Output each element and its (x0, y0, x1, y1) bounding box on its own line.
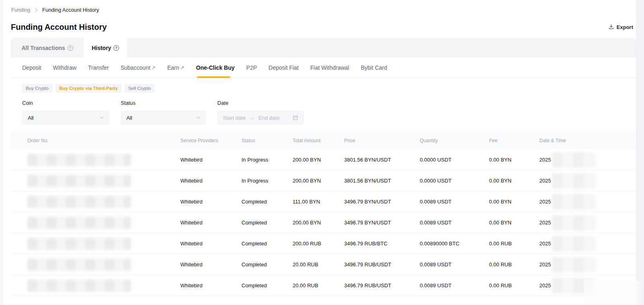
col-fee: Fee (489, 138, 539, 143)
col-total-amount: Total Amount (293, 138, 344, 143)
end-date-placeholder[interactable]: End date (258, 115, 279, 121)
date-year: 2025 (539, 282, 551, 288)
chip-buy-crypto-third-party[interactable]: Buy Crypto via Third-Party (56, 84, 122, 93)
table-body: Whitebird In Progress 200.00 BYN 3801.56… (11, 149, 636, 296)
cell-quantity: 0.0089 USDT (420, 282, 489, 288)
subtab-transfer[interactable]: Transfer (88, 58, 109, 77)
cell-provider: Whitebird (180, 199, 242, 205)
cell-date-time: 2025 (539, 215, 636, 230)
filter-bar: Coin All Status All Date Start date → E (11, 100, 636, 124)
download-icon (608, 24, 614, 31)
redacted-date (552, 257, 595, 272)
cell-price: 3801.56 BYN/USDT (344, 178, 420, 184)
arrow-right-icon: → (250, 115, 254, 120)
col-service-providers: Service Providers (180, 138, 242, 143)
external-link-icon: ↗ (180, 65, 184, 70)
cell-fee: 0.00 BYN (489, 178, 539, 184)
cell-date-time: 2025 (539, 236, 636, 251)
cell-order-no (27, 280, 180, 292)
cell-status: Completed (242, 282, 293, 288)
table-row: Whitebird Completed 20.00 RUB 3496.79 RU… (11, 275, 636, 296)
subtab-deposit[interactable]: Deposit (22, 58, 41, 77)
status-select[interactable]: All (121, 111, 206, 124)
subtab-label: Bybit Card (361, 64, 387, 71)
table-row: Whitebird In Progress 200.00 BYN 3801.56… (11, 149, 636, 170)
col-order-no: Order No. (27, 138, 180, 143)
cell-price: 3496.79 BYN/USDT (344, 220, 420, 226)
redacted-date (552, 194, 595, 210)
subtab-subaccount[interactable]: Subaccount↗ (120, 58, 155, 77)
cell-price: 3496.79 RUB/USDT (344, 261, 420, 268)
col-price: Price (344, 138, 420, 143)
subtab-withdraw[interactable]: Withdraw (53, 58, 76, 77)
redacted-order-number (27, 154, 131, 166)
cell-order-no (27, 238, 180, 250)
status-filter: Status All (121, 100, 206, 124)
tab-history-label: History (92, 45, 111, 51)
date-year: 2025 (539, 241, 551, 247)
table-row: Whitebird Completed 200.00 RUB 3496.79 R… (11, 233, 636, 254)
redacted-order-number (27, 217, 131, 229)
subtab-fiat-withdrawal[interactable]: Fiat Withdrawal (310, 58, 349, 77)
cell-order-no (27, 154, 180, 166)
cell-provider: Whitebird (180, 220, 242, 226)
cell-order-no (27, 175, 180, 187)
cell-status: In Progress (242, 157, 293, 163)
right-edge-strip (636, 0, 644, 305)
col-status: Status (242, 138, 293, 143)
help-icon[interactable]: ? (114, 45, 119, 51)
tab-all-transactions-label: All Transactions (21, 45, 65, 51)
cell-provider: Whitebird (180, 241, 242, 247)
main-tab-bar: All Transactions ? History ? (11, 38, 636, 58)
tab-all-transactions[interactable]: All Transactions ? (11, 38, 84, 58)
coin-filter: Coin All (22, 100, 109, 124)
date-year: 2025 (539, 220, 551, 226)
subtab-deposit-fiat[interactable]: Deposit Fiat (268, 58, 299, 77)
left-edge-strip (0, 0, 3, 305)
date-filter: Date Start date → End date (217, 100, 304, 124)
cell-total: 111.00 BYN (293, 199, 344, 205)
subtab-earn[interactable]: Earn↗ (167, 58, 184, 77)
cell-quantity: 0.0089 USDT (420, 199, 489, 205)
redacted-date (552, 173, 595, 189)
coin-select[interactable]: All (22, 111, 109, 124)
redacted-order-number (27, 238, 131, 250)
subtab-one-click-buy[interactable]: One-Click Buy (196, 58, 235, 77)
cell-status: Completed (242, 261, 293, 268)
help-icon[interactable]: ? (68, 45, 73, 51)
funding-history-page: Funding Funding Account History Funding … (0, 0, 644, 305)
cell-fee: 0.00 RUB (489, 241, 539, 247)
cell-provider: Whitebird (180, 282, 242, 288)
cell-status: In Progress (242, 178, 293, 184)
breadcrumb-funding-link[interactable]: Funding (11, 7, 30, 13)
cell-order-no (27, 259, 180, 271)
table-header: Order No. Service Providers Status Total… (11, 132, 636, 149)
subtab-p2p[interactable]: P2P (246, 58, 257, 77)
start-date-placeholder[interactable]: Start date (223, 115, 246, 121)
cell-total: 20.00 RUB (293, 261, 344, 268)
chip-buy-crypto[interactable]: Buy Crypto (22, 84, 52, 93)
cell-fee: 0.00 BYN (489, 199, 539, 205)
cell-date-time: 2025 (539, 173, 636, 189)
subtab-label: P2P (246, 64, 257, 71)
page-title: Funding Account History (11, 23, 107, 32)
calendar-icon[interactable] (293, 115, 298, 120)
title-row: Funding Account History Export (11, 23, 636, 32)
redacted-order-number (27, 259, 131, 271)
chevron-right-icon (35, 8, 38, 12)
subtab-label: Withdraw (53, 64, 76, 71)
tab-history[interactable]: History ? (84, 38, 127, 58)
cell-quantity: 0.0089 USDT (420, 220, 489, 226)
chip-sell-crypto[interactable]: Sell Crypto (125, 84, 155, 93)
breadcrumb-current: Funding Account History (42, 7, 99, 13)
export-button[interactable]: Export (608, 24, 633, 31)
date-filter-label: Date (217, 100, 304, 106)
date-range-input[interactable]: Start date → End date (217, 111, 304, 124)
cell-price: 3801.56 BYN/USDT (344, 157, 420, 163)
date-year: 2025 (539, 178, 551, 184)
subtab-label: Deposit Fiat (268, 64, 299, 71)
subtab-bybit-card[interactable]: Bybit Card (361, 58, 387, 77)
history-table: Order No. Service Providers Status Total… (11, 132, 636, 296)
subtab-label: Subaccount (120, 64, 150, 71)
subtab-label: One-Click Buy (196, 64, 235, 71)
